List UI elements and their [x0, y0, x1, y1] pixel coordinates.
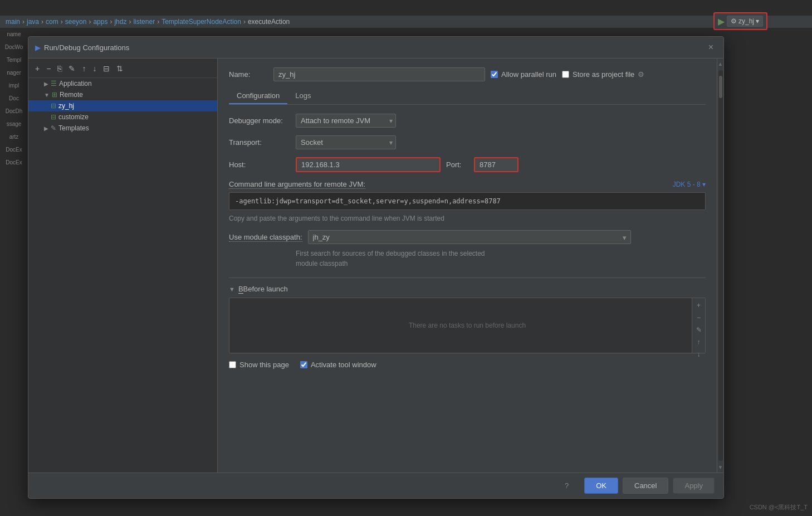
breadcrumb-com[interactable]: com	[46, 18, 58, 26]
tree-move-up-button[interactable]: ↑	[80, 63, 88, 74]
breadcrumb-listener[interactable]: listener	[133, 18, 155, 26]
templates-icon: ✎	[51, 124, 56, 132]
tree-item-customize[interactable]: ⊟ customize	[28, 111, 217, 123]
tree-add-button[interactable]: +	[33, 63, 42, 74]
tree-filter-button[interactable]: ⊟	[101, 63, 112, 74]
left-item-11: DocEx	[0, 156, 28, 169]
tab-configuration[interactable]: Configuration	[229, 88, 287, 104]
dialog-icon: ▶	[35, 43, 41, 52]
breadcrumb-apps[interactable]: apps	[93, 18, 107, 26]
left-item-5: impl	[0, 79, 28, 92]
transport-select[interactable]: Socket Shared memory	[296, 135, 396, 149]
tree-move-down-button[interactable]: ↓	[90, 63, 99, 74]
store-as-project-label: Store as project file	[573, 70, 634, 79]
tree-remove-button[interactable]: −	[44, 63, 53, 74]
breadcrumb-java[interactable]: java	[27, 18, 39, 26]
run-debug-dialog: ▶ Run/Debug Configurations × + − ⎘ ✎ ↑ ↓…	[28, 36, 724, 499]
left-item-2: DocWo	[0, 41, 28, 53]
debugger-mode-select-wrapper: Attach to remote JVM Listen to remote JV…	[296, 114, 396, 128]
host-label: Host:	[229, 160, 290, 169]
dialog-title-text: Run/Debug Configurations	[44, 43, 129, 52]
bottom-checks-row: Show this page Activate tool window	[229, 353, 706, 373]
scrollbar-thumb[interactable]	[719, 76, 722, 98]
expand-icon-templates: ▶	[44, 125, 48, 132]
breadcrumb-jhdz[interactable]: jhdz	[114, 18, 126, 26]
breadcrumb: main › java › com › seeyon › apps › jhdz…	[0, 16, 812, 28]
ok-button[interactable]: OK	[584, 478, 618, 494]
tab-bar: Configuration Logs	[229, 88, 706, 105]
tree-item-remote[interactable]: ▼ ⊞ Remote	[28, 89, 217, 100]
module-label-text: Use module classpath:	[229, 233, 302, 241]
tree-item-zy-hj[interactable]: ⊟ zy_hj	[28, 100, 217, 111]
cmdline-value: -agentlib:jdwp=transport=dt_socket,serve…	[229, 192, 706, 210]
debugger-mode-select[interactable]: Attach to remote JVM Listen to remote JV…	[296, 114, 396, 128]
help-button[interactable]: ?	[554, 478, 580, 493]
module-select[interactable]: jh_zy	[308, 230, 631, 244]
before-launch-edit-btn[interactable]: ✎	[695, 325, 703, 335]
tree-sort-button[interactable]: ⇅	[114, 63, 125, 74]
before-launch-up-btn[interactable]: ↑	[696, 337, 702, 347]
cmdline-label-text: Command line arguments for remote JVM:	[229, 180, 365, 189]
allow-parallel-checkbox[interactable]	[491, 71, 498, 78]
show-this-page-checkbox[interactable]	[229, 361, 236, 368]
allow-parallel-row: Allow parallel run	[491, 70, 556, 79]
store-as-project-checkbox[interactable]	[562, 71, 569, 78]
application-icon: ☰	[51, 80, 57, 87]
config-tree-panel: + − ⎘ ✎ ↑ ↓ ⊟ ⇅ ▶ ☰ Application ▼ ⊞ Remo…	[28, 59, 218, 473]
before-launch-remove-btn[interactable]: −	[696, 313, 702, 323]
transport-row: Transport: Socket Shared memory	[229, 135, 706, 149]
debugger-mode-row: Debugger mode: Attach to remote JVM List…	[229, 114, 706, 128]
activate-tool-window-checkbox[interactable]	[300, 361, 307, 368]
breadcrumb-main[interactable]: main	[6, 18, 20, 26]
scrollbar-track[interactable]	[718, 70, 723, 461]
jdk-version-link[interactable]: JDK 5 - 8 ▾	[673, 181, 706, 188]
apply-button[interactable]: Apply	[673, 478, 715, 494]
run-button[interactable]: ▶	[718, 16, 725, 27]
ide-left-panel: name DocWo Templ nager impl Doc DocDh ss…	[0, 28, 28, 516]
dialog-close-button[interactable]: ×	[705, 41, 717, 53]
tree-edit-button[interactable]: ✎	[66, 63, 77, 74]
store-as-project-gear[interactable]: ⚙	[638, 70, 644, 79]
port-input[interactable]	[474, 157, 518, 172]
module-classpath-inner: Use module classpath: jh_zy	[229, 230, 631, 244]
cancel-button[interactable]: Cancel	[623, 478, 668, 494]
breadcrumb-template-super[interactable]: TemplateSuperNodeAction	[162, 18, 241, 26]
before-launch-area: There are no tasks to run before launch …	[229, 298, 706, 353]
customize-icon: ⊟	[51, 113, 56, 121]
dropdown-icon: ▾	[756, 17, 759, 25]
dialog-scrollbar[interactable]: ▲ ▼	[717, 59, 723, 473]
name-label: Name:	[229, 70, 268, 79]
expand-icon-application: ▶	[44, 81, 48, 87]
scroll-up-arrow[interactable]: ▲	[717, 60, 723, 68]
tree-item-application[interactable]: ▶ ☰ Application	[28, 78, 217, 89]
before-launch-toggle[interactable]: ▼	[229, 286, 235, 293]
before-launch-add-btn[interactable]: +	[696, 300, 702, 310]
config-name: zy_hj	[738, 17, 754, 25]
module-classpath-label: Use module classpath:	[229, 233, 302, 242]
name-input[interactable]	[273, 67, 485, 81]
zy-hj-icon: ⊟	[51, 102, 56, 110]
dialog-title-bar: ▶ Run/Debug Configurations ×	[28, 37, 723, 59]
config-selector[interactable]: ⚙ zy_hj ▾	[727, 16, 763, 27]
scroll-down-arrow[interactable]: ▼	[717, 463, 723, 471]
config-form-panel: Name: Allow parallel run Store as projec…	[218, 59, 717, 473]
show-this-page-row: Show this page	[229, 361, 289, 369]
transport-select-wrapper: Socket Shared memory	[296, 135, 396, 149]
breadcrumb-execute-action[interactable]: executeAction	[248, 18, 290, 26]
before-launch-sidebar: + − ✎ ↑ ↓	[692, 298, 705, 353]
before-launch-section-header: ▼ BBefore launch	[229, 278, 706, 293]
remote-label: Remote	[60, 91, 83, 99]
tab-logs[interactable]: Logs	[287, 88, 319, 104]
allow-parallel-label: Allow parallel run	[501, 70, 556, 79]
watermark: CSDN @<黑科技T_T	[750, 503, 808, 512]
before-launch-down-btn[interactable]: ↓	[696, 349, 702, 359]
host-input[interactable]	[296, 157, 441, 172]
application-label: Application	[59, 80, 92, 87]
cmdline-section: Command line arguments for remote JVM: J…	[229, 180, 706, 222]
tree-copy-button[interactable]: ⎘	[55, 63, 64, 74]
cmdline-label-row: Command line arguments for remote JVM: J…	[229, 180, 706, 189]
remote-icon: ⊞	[52, 91, 57, 99]
breadcrumb-seeyon[interactable]: seeyon	[65, 18, 87, 26]
tree-item-templates[interactable]: ▶ ✎ Templates	[28, 123, 217, 134]
customize-label: customize	[58, 113, 89, 121]
